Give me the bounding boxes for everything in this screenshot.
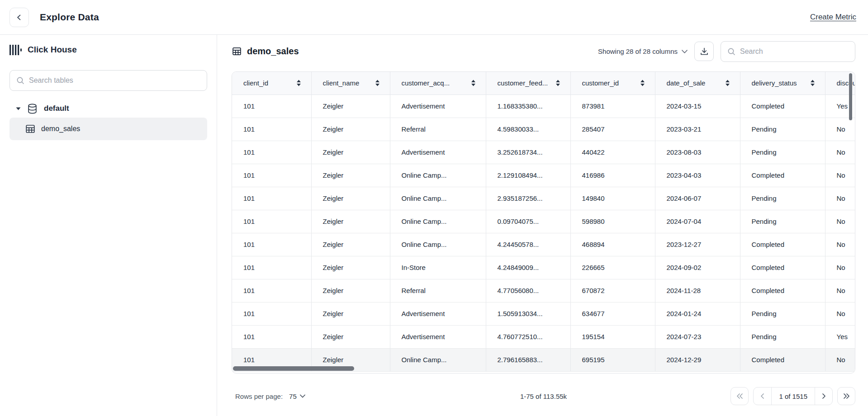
table-cell: 101 [232, 187, 311, 210]
table-cell: Online Camp... [390, 187, 486, 210]
table-cell: No [825, 302, 855, 325]
table-cell: 2024-09-02 [655, 256, 740, 279]
first-page-button[interactable] [730, 387, 749, 405]
table-grid-icon [25, 123, 36, 134]
table-cell: Advertisement [390, 302, 486, 325]
table-row[interactable]: 101ZeiglerReferral4.77056080...670872202… [232, 279, 855, 302]
database-icon [27, 103, 38, 114]
columns-visibility-dropdown[interactable]: Showing 28 of 28 columns [598, 47, 688, 55]
rows-per-page-select[interactable]: 75 [289, 392, 305, 400]
table-cell: Pending [740, 118, 825, 141]
column-header-customer_acq[interactable]: customer_acq... [390, 72, 486, 95]
sort-icon[interactable] [640, 80, 645, 86]
table-cell: 101 [232, 302, 311, 325]
table-search-input[interactable] [740, 47, 849, 56]
sort-icon[interactable] [296, 80, 301, 86]
table-cell: 440422 [570, 141, 655, 164]
table-cell: Advertisement [390, 95, 486, 118]
table-cell: Online Camp... [390, 233, 486, 256]
sidebar-search-input[interactable] [29, 76, 200, 85]
table-row[interactable]: 101ZeiglerOnline Camp...0.09704075...598… [232, 210, 855, 233]
page-navigator: 1 of 1515 [753, 387, 833, 405]
table-cell: 1.505913034... [486, 302, 570, 325]
sort-icon[interactable] [375, 80, 380, 86]
table-cell: 101 [232, 118, 311, 141]
table-row[interactable]: 101ZeiglerAdvertisement1.505913034...634… [232, 302, 855, 325]
table-cell: Completed [740, 164, 825, 187]
column-header-label: customer_acq... [402, 79, 450, 87]
column-header-delivery_status[interactable]: delivery_status [740, 72, 825, 95]
table-cell: Pending [740, 210, 825, 233]
table-header-row: client_id client_name customer_acq... cu… [232, 72, 855, 95]
table-cell: 101 [232, 164, 311, 187]
table-cell: 226665 [570, 256, 655, 279]
download-icon [700, 47, 709, 56]
previous-page-button[interactable] [754, 388, 771, 405]
table-cell: 670872 [570, 279, 655, 302]
table-cell: Zeigler [311, 256, 390, 279]
table-cell: Completed [740, 95, 825, 118]
last-page-button[interactable] [837, 387, 855, 405]
table-cell: No [825, 118, 855, 141]
table-body: 101ZeiglerAdvertisement1.168335380...873… [232, 95, 855, 371]
table-row[interactable]: 101ZeiglerOnline Camp...2.129108494...41… [232, 164, 855, 187]
table-cell: 468894 [570, 233, 655, 256]
table-cell: Online Camp... [390, 348, 486, 371]
table-row[interactable]: 101ZeiglerAdvertisement4.760772510...195… [232, 325, 855, 348]
table-cell: 4.59830033... [486, 118, 570, 141]
sidebar-item-demo-sales[interactable]: demo_sales [9, 118, 207, 140]
table-row[interactable]: 101ZeiglerIn-Store4.24849009...226665202… [232, 256, 855, 279]
horizontal-scrollbar[interactable] [233, 366, 354, 371]
sort-icon[interactable] [810, 80, 815, 86]
table-row[interactable]: 101ZeiglerReferral4.59830033...285407202… [232, 118, 855, 141]
table-cell: Zeigler [311, 187, 390, 210]
table-cell: Zeigler [311, 302, 390, 325]
sort-icon[interactable] [725, 80, 730, 86]
table-row[interactable]: 101ZeiglerOnline Camp...2.935187256...14… [232, 187, 855, 210]
vertical-scrollbar[interactable] [849, 73, 852, 120]
clickhouse-logo-icon [9, 44, 22, 56]
column-header-customer_id[interactable]: customer_id [570, 72, 655, 95]
table-cell: 2024-03-15 [655, 95, 740, 118]
table-cell: 2024-06-07 [655, 187, 740, 210]
sort-icon[interactable] [471, 80, 476, 86]
table-row[interactable]: 101ZeiglerAdvertisement3.252618734...440… [232, 141, 855, 164]
table-row[interactable]: 101ZeiglerOnline Camp...4.24450578...468… [232, 233, 855, 256]
table-cell: 101 [232, 233, 311, 256]
table-cell: 1.168335380... [486, 95, 570, 118]
table-cell: Zeigler [311, 325, 390, 348]
sidebar-search [9, 70, 207, 91]
sidebar-item-label: demo_sales [41, 125, 80, 133]
database-tree-node[interactable]: default [9, 102, 207, 115]
table-cell: 2024-07-04 [655, 210, 740, 233]
chevron-down-icon [682, 50, 688, 53]
column-header-label: client_id [243, 79, 268, 87]
table-cell: Completed [740, 256, 825, 279]
pagination: 1 of 1515 [730, 387, 855, 405]
table-cell: Online Camp... [390, 210, 486, 233]
table-cell: 2023-03-21 [655, 118, 740, 141]
table-cell: 2.796165883... [486, 348, 570, 371]
sort-icon[interactable] [555, 80, 560, 86]
table-row[interactable]: 101ZeiglerAdvertisement1.168335380...873… [232, 95, 855, 118]
table-cell: 101 [232, 210, 311, 233]
back-button[interactable] [9, 8, 29, 27]
column-header-label: delivery_status [752, 79, 797, 87]
datasource-header: Click House [9, 43, 207, 57]
table-cell: No [825, 141, 855, 164]
column-header-date_of_sale[interactable]: date_of_sale [655, 72, 740, 95]
create-metric-link[interactable]: Create Metric [810, 13, 856, 22]
rows-per-page-label: Rows per page: [235, 392, 283, 400]
table-cell: 2.935187256... [486, 187, 570, 210]
table-cell: 0.09704075... [486, 210, 570, 233]
table-cell: 695195 [570, 348, 655, 371]
table-cell: 4.24849009... [486, 256, 570, 279]
column-header-client_id[interactable]: client_id [232, 72, 311, 95]
table-cell: Completed [740, 233, 825, 256]
column-header-customer_feed[interactable]: customer_feed... [486, 72, 570, 95]
columns-summary-label: Showing 28 of 28 columns [598, 47, 678, 55]
caret-down-icon[interactable] [16, 107, 21, 110]
next-page-button[interactable] [815, 388, 832, 405]
download-button[interactable] [694, 42, 714, 61]
column-header-client_name[interactable]: client_name [311, 72, 390, 95]
